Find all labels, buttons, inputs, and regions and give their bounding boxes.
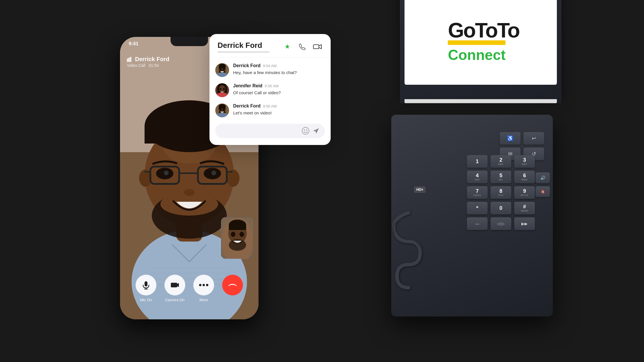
func-btn-1[interactable]: ♿: [500, 132, 521, 145]
key-7[interactable]: 7PQRS: [467, 186, 488, 199]
video-icon: [313, 44, 322, 50]
svg-point-77: [302, 127, 309, 134]
keypad-row-1: 1 2ABC 3DEF: [458, 155, 544, 168]
message-item-3: Derrick Ford 9:58 AM Let's meet on video…: [215, 103, 325, 117]
star-button[interactable]: ★: [282, 42, 293, 52]
svg-point-66: [220, 88, 221, 90]
key-4[interactable]: 4GHI: [467, 171, 488, 183]
avatar-derrick-2: [215, 103, 229, 117]
msg-time-3: 9:58 AM: [263, 104, 277, 108]
svg-rect-31: [129, 57, 130, 62]
mic-button-container[interactable]: Mic On: [136, 275, 156, 302]
msg-header-3: Derrick Ford 9:58 AM: [233, 103, 325, 109]
keypad-row-3: 7PQRS 8TUV 9WXYZ: [458, 186, 544, 199]
key-0[interactable]: 0: [491, 202, 511, 214]
svg-rect-49: [313, 45, 319, 49]
avatar-derrick: [215, 63, 229, 77]
keypad-row-2: 4GHI 5JKL 6MNO: [458, 171, 544, 183]
end-call-button-container[interactable]: End: [222, 275, 243, 302]
msg-sender-2: Jennifer Reid: [233, 83, 262, 88]
svg-point-67: [223, 88, 225, 90]
svg-rect-29: [127, 59, 128, 62]
mic-circle[interactable]: [136, 275, 156, 295]
more-button-container[interactable]: More: [193, 275, 214, 302]
key-3[interactable]: 3DEF: [514, 155, 535, 168]
chat-header-icons: ★: [282, 42, 323, 52]
svg-rect-45: [171, 283, 177, 287]
svg-point-74: [219, 108, 222, 111]
speaker-btn[interactable]: 🔊: [536, 172, 550, 183]
key-star[interactable]: *: [467, 202, 488, 214]
scene: 9:41 📶: [120, 22, 524, 340]
emoji-icon: [302, 127, 309, 135]
desk-screen: GoToTo Connect: [405, 0, 557, 85]
keypad-row-5: — ◁ ▷ ▶▶: [458, 217, 544, 230]
active-call-icon: [127, 57, 133, 62]
chat-contact-name: Derrick Ford: [218, 41, 269, 50]
svg-point-46: [199, 284, 201, 286]
msg-sender-1: Derrick Ford: [233, 63, 261, 68]
status-time: 9:41: [129, 41, 138, 47]
key-1[interactable]: 1: [467, 155, 488, 168]
key-6[interactable]: 6MNO: [514, 171, 535, 183]
message-item: Derrick Ford 9:54 AM Hey, have a few min…: [215, 63, 325, 77]
more-icon: [199, 284, 208, 286]
chat-messages: Derrick Ford 9:54 AM Hey, have a few min…: [209, 57, 331, 117]
key-9[interactable]: 9WXYZ: [514, 186, 535, 199]
svg-point-19: [164, 171, 169, 175]
camera-label: Camera On: [165, 298, 184, 302]
msg-sender-3: Derrick Ford: [233, 103, 261, 109]
svg-point-75: [223, 108, 225, 111]
call-contact-name: Derrick Ford: [127, 56, 169, 63]
minus-key[interactable]: —: [467, 217, 488, 230]
keypad: 1 2ABC 3DEF 4GHI 5JKL 6MNO 7PQRS 8TUV 9W…: [458, 155, 544, 233]
plus-key[interactable]: ▶▶: [514, 217, 535, 230]
chat-input[interactable]: [220, 128, 299, 133]
svg-point-56: [223, 67, 225, 70]
message-content-2: Jennifer Reid 9:56 AM Of course! Call or…: [233, 83, 325, 97]
mic-icon: [141, 280, 151, 290]
end-call-circle[interactable]: [222, 275, 243, 295]
key-8[interactable]: 8TUV: [491, 186, 511, 199]
svg-point-48: [206, 284, 208, 286]
message-item-2: Jennifer Reid 9:56 AM Of course! Call or…: [215, 83, 325, 97]
end-call-icon: [228, 282, 237, 288]
key-hash[interactable]: #SEND: [514, 202, 535, 214]
more-circle[interactable]: [193, 275, 214, 295]
goto-text: GoToTo: [448, 20, 519, 42]
send-button[interactable]: [312, 127, 320, 135]
nav-key[interactable]: ◁ ▷: [491, 217, 511, 230]
camera-circle[interactable]: [164, 275, 185, 295]
video-call-button[interactable]: [312, 42, 323, 52]
more-label: More: [199, 298, 208, 302]
hd-badge: HD×: [414, 187, 425, 193]
svg-point-20: [211, 171, 216, 175]
goto-yellow-bar: [448, 40, 506, 45]
key-5[interactable]: 5JKL: [491, 171, 511, 183]
connect-text: Connect: [448, 47, 506, 63]
desk-phone-body: HD× ♿ ↩ ✉ ↺ 1 2ABC 3DEF: [391, 115, 553, 316]
send-icon: [312, 127, 320, 135]
chat-input-row: [215, 124, 325, 138]
func-btn-2[interactable]: ↩: [523, 132, 544, 145]
chat-header: Derrick Ford ★: [209, 34, 331, 57]
svg-point-79: [306, 129, 307, 131]
mute-btn[interactable]: 🔇: [536, 186, 550, 197]
svg-point-47: [203, 284, 205, 286]
svg-point-78: [304, 129, 305, 131]
desk-screen-bezel: GoToTo Connect: [400, 0, 561, 103]
star-icon: ★: [284, 43, 290, 50]
msg-header-2: Jennifer Reid 9:56 AM: [233, 83, 325, 88]
msg-text-1: Hey, have a few minutes to chat?: [233, 69, 325, 76]
msg-text-3: Let's meet on video!: [233, 110, 325, 116]
camera-button-container[interactable]: Camera On: [164, 275, 185, 302]
msg-header-1: Derrick Ford 9:54 AM: [233, 63, 325, 68]
key-2[interactable]: 2ABC: [491, 155, 511, 168]
phone-cord: [385, 213, 437, 293]
audio-call-button[interactable]: [297, 42, 308, 52]
svg-point-21: [184, 189, 194, 196]
msg-text-2: Of course! Call or video?: [233, 90, 325, 96]
camera-icon: [170, 280, 179, 290]
svg-rect-38: [229, 225, 246, 230]
emoji-button[interactable]: [302, 127, 309, 135]
